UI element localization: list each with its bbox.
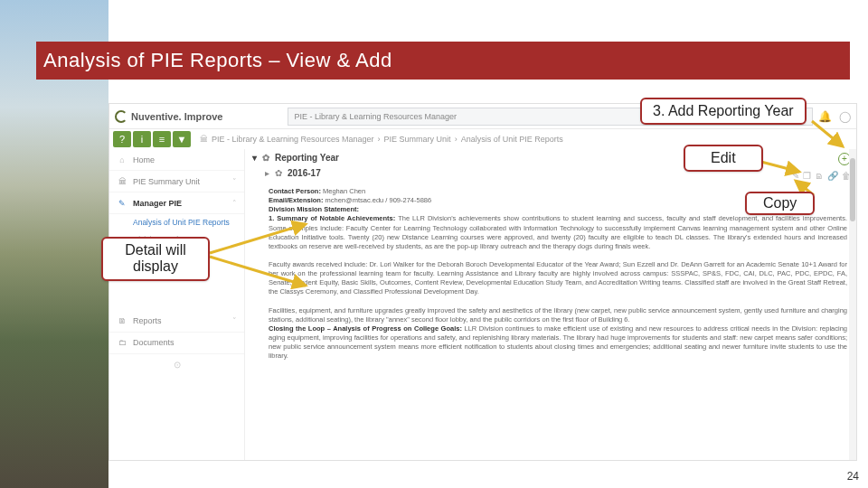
year-row[interactable]: ▸ ✿ 2016-17 <box>245 166 856 183</box>
sidebar-collapse-button[interactable]: ⊙ <box>109 354 244 375</box>
year-label: 2016-17 <box>288 168 321 178</box>
row-action-icons: ✎ ❐ 🗈 🔗 🗑 <box>792 171 851 181</box>
gear-icon: ✿ <box>275 168 282 178</box>
sidebar-item-label: Documents <box>133 338 175 347</box>
email-value: mchen@mtsac.edu / 909-274-5886 <box>326 196 432 204</box>
section-heading-row[interactable]: ▾ ✿ Reporting Year <box>245 149 856 166</box>
chevron-down-icon: ˅ <box>232 316 237 325</box>
sidebar-item-home[interactable]: ⌂ Home <box>109 149 244 171</box>
brand-swirl-icon <box>115 110 127 123</box>
copy-icon[interactable]: ❐ <box>803 171 811 181</box>
sidebar-item-label: Reports <box>133 316 162 325</box>
crumb-3[interactable]: Analysis of Unit PIE Reports <box>461 135 563 144</box>
callout-detail: Detail will display <box>101 237 210 281</box>
summary-heading: 1. Summary of Notable Achievements: <box>269 214 395 222</box>
info-button[interactable]: i <box>133 131 151 147</box>
brand-logo: Nuventive. Improve <box>115 110 222 123</box>
bell-icon[interactable]: 🔔 <box>818 110 832 123</box>
link-icon[interactable]: 🔗 <box>827 171 838 181</box>
callout-edit: Edit <box>684 145 763 172</box>
sidebar-item-documents[interactable]: 🗀 Documents <box>109 333 244 354</box>
chevron-down-icon: ˅ <box>232 177 237 186</box>
chevron-up-icon: ˄ <box>232 199 237 208</box>
pencil-icon: ✎ <box>117 199 127 208</box>
bank-icon: 🏛 <box>117 177 127 186</box>
sidebar-sub-analysis[interactable]: Analysis of Unit PIE Reports <box>109 214 244 233</box>
help-button[interactable]: ? <box>113 131 131 147</box>
note-icon[interactable]: 🗈 <box>815 171 824 181</box>
detail-para-3: Facilities, equipment, and furniture upg… <box>269 306 847 324</box>
filter-button[interactable]: ▼ <box>173 131 191 147</box>
scroll-thumb[interactable] <box>850 158 855 221</box>
sidebar: ⌂ Home 🏛 PIE Summary Unit ˅ ✎ Manager PI… <box>109 149 245 460</box>
sidebar-item-label: Home <box>133 155 155 164</box>
closing-heading: Closing the Loop – Analysis of Progress … <box>269 324 462 333</box>
scrollbar[interactable] <box>849 149 856 460</box>
slide-title-bar: Analysis of PIE Reports – View & Add <box>36 42 850 80</box>
crumb-1[interactable]: PIE - Library & Learning Resources Manag… <box>212 135 374 144</box>
green-button-row: ? i ≡ ▼ <box>109 131 194 147</box>
crumb-2[interactable]: PIE Summary Unit <box>384 135 451 144</box>
sidebar-item-label: Manager PIE <box>133 199 182 208</box>
mission-label: Division Mission Statement: <box>269 205 359 213</box>
context-selector-label: PIE - Library & Learning Resources Manag… <box>294 112 457 121</box>
folder-icon: 🗀 <box>117 338 127 347</box>
page-number: 24 <box>847 470 859 483</box>
section-heading: Reporting Year <box>275 153 339 163</box>
email-label: Email/Extension: <box>269 196 323 204</box>
slide-title: Analysis of PIE Reports – View & Add <box>43 49 392 72</box>
callout-add-reporting-year: 3. Add Reporting Year <box>640 98 807 125</box>
sidebar-item-manager[interactable]: ✎ Manager PIE ˄ <box>109 192 244 214</box>
callout-copy: Copy <box>745 192 815 215</box>
sidebar-item-summary[interactable]: 🏛 PIE Summary Unit ˅ <box>109 171 244 192</box>
caret-down-icon: ▾ <box>252 153 257 163</box>
home-icon: ⌂ <box>117 155 127 164</box>
sidebar-item-label: PIE Summary Unit <box>133 177 200 186</box>
contact-value: Meghan Chen <box>323 187 365 195</box>
report-icon: 🗎 <box>117 316 127 325</box>
breadcrumb: 🏛 PIE - Library & Learning Resources Man… <box>194 135 856 144</box>
detail-para-2: Faculty awards received include: Dr. Lor… <box>269 260 847 297</box>
user-circle-icon[interactable]: ◯ <box>839 110 851 123</box>
building-icon: 🏛 <box>200 135 208 144</box>
brand-text: Nuventive. Improve <box>131 111 222 122</box>
contact-label: Contact Person: <box>269 187 321 195</box>
gear-icon: ✿ <box>262 153 269 163</box>
sidebar-item-reports[interactable]: 🗎 Reports ˅ <box>109 311 244 333</box>
pencil-icon[interactable]: ✎ <box>792 171 799 181</box>
menu-button[interactable]: ≡ <box>153 131 171 147</box>
caret-right-icon: ▸ <box>265 168 269 178</box>
